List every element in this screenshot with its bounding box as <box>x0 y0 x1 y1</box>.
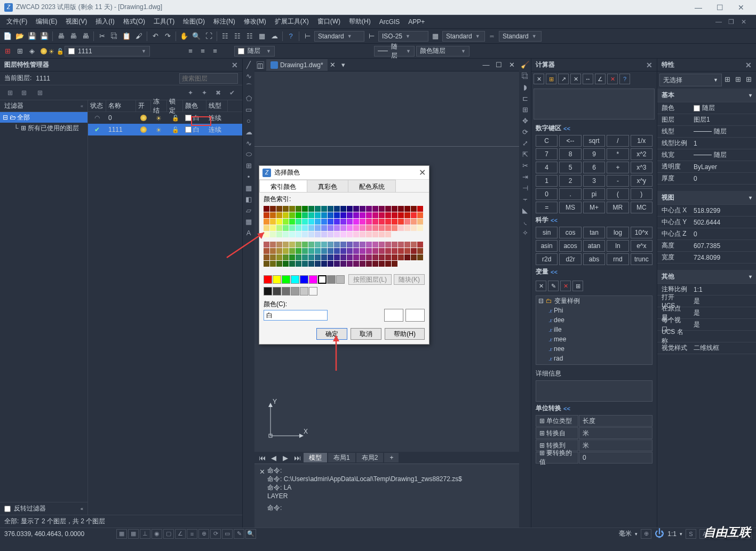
calc-key-)[interactable]: ) <box>631 188 652 200</box>
menu-tools[interactable]: 工具(T) <box>149 15 179 28</box>
calc-dist-button[interactable]: ↔ <box>583 74 593 84</box>
lw3-icon[interactable]: ≡ <box>210 46 220 57</box>
current-layer-combo[interactable]: 1111▼ <box>65 46 150 57</box>
copy-icon[interactable]: ⿻ <box>109 31 120 42</box>
gray-swatch[interactable] <box>309 287 317 296</box>
doc-list-icon[interactable]: ▾ <box>338 60 349 70</box>
calc-display[interactable] <box>534 89 655 119</box>
pline-icon[interactable]: ∿ <box>244 71 253 81</box>
palette-swatch[interactable] <box>289 219 295 225</box>
plot-icon[interactable]: 🖶 <box>55 31 66 42</box>
erase-icon[interactable]: 🧹 <box>520 60 530 69</box>
palette-swatch[interactable] <box>264 242 269 247</box>
point-icon[interactable]: • <box>244 172 253 181</box>
saveas-icon[interactable]: 💾 <box>39 31 50 42</box>
palette-swatch[interactable] <box>270 206 276 212</box>
calc-key-.[interactable]: . <box>559 188 581 200</box>
palette-swatch[interactable] <box>347 206 353 212</box>
palette-swatch[interactable] <box>360 261 365 267</box>
palette-swatch[interactable] <box>353 242 359 247</box>
offset-icon[interactable]: ⊏ <box>520 93 530 103</box>
lwt-button[interactable]: ≡ <box>187 529 197 539</box>
palette-swatch[interactable] <box>372 254 378 260</box>
menu-window[interactable]: 窗口(W) <box>313 15 345 28</box>
calc-key-log[interactable]: log <box>607 227 628 238</box>
palette-swatch[interactable] <box>340 248 346 254</box>
gray-swatch[interactable] <box>291 287 299 296</box>
bylayer-button[interactable]: 按照图层(L) <box>348 274 392 285</box>
palette-swatch[interactable] <box>366 261 372 267</box>
palette-swatch[interactable] <box>276 254 282 260</box>
calc-key-2[interactable]: 2 <box>559 175 581 187</box>
move-icon[interactable]: ✥ <box>520 116 530 125</box>
menu-insert[interactable]: 插入(I) <box>91 15 118 28</box>
calc-key-d2r[interactable]: d2r <box>559 253 581 265</box>
palette-swatch[interactable] <box>270 261 276 267</box>
model-button[interactable]: ▭ <box>222 529 233 539</box>
match-icon[interactable]: 🖌 <box>133 31 144 42</box>
calc-int-button[interactable]: ✕ <box>570 74 581 84</box>
palette-swatch[interactable] <box>315 242 321 247</box>
palette-swatch[interactable] <box>276 225 282 231</box>
calc-key-+[interactable]: + <box>607 162 628 173</box>
textstyle-combo[interactable]: Standard▼ <box>314 31 364 42</box>
tbl-icon[interactable]: ▦ <box>430 31 441 42</box>
palette-swatch[interactable] <box>353 254 359 260</box>
dyn-button[interactable]: ⊕ <box>198 529 209 539</box>
palette-swatch[interactable] <box>353 261 359 267</box>
palette-swatch[interactable] <box>276 206 282 212</box>
calc-key-M+[interactable]: M+ <box>583 202 605 213</box>
proprow[interactable]: 线宽 随层 <box>657 149 756 161</box>
palette-swatch[interactable] <box>302 242 308 247</box>
palette-swatch[interactable] <box>398 242 404 247</box>
region-icon[interactable]: ▱ <box>244 205 253 215</box>
palette-swatch[interactable] <box>385 254 391 260</box>
new-group-button[interactable]: ⊞ <box>18 87 30 98</box>
palette-swatch[interactable] <box>334 242 340 247</box>
palette-swatch[interactable] <box>308 206 314 212</box>
calc-key-1[interactable]: 1 <box>536 175 558 187</box>
palette-swatch[interactable] <box>385 261 391 267</box>
palette-swatch[interactable] <box>308 231 314 237</box>
mlstyle-combo[interactable]: Standard▼ <box>499 31 542 42</box>
palette-swatch[interactable] <box>404 242 410 247</box>
palette-swatch[interactable] <box>283 206 289 212</box>
palette-swatch[interactable] <box>360 231 365 237</box>
polygon-icon[interactable]: ⬠ <box>244 93 253 103</box>
mtext-icon[interactable]: A <box>244 228 253 237</box>
props-tog-icon[interactable]: ⊞ <box>743 74 754 84</box>
palette-swatch[interactable] <box>321 225 327 231</box>
palette-swatch[interactable] <box>379 231 385 237</box>
palette-swatch[interactable] <box>302 212 308 218</box>
palette-swatch[interactable] <box>308 242 314 247</box>
palette-swatch[interactable] <box>417 212 423 218</box>
layer-row-1111[interactable]: ✔ 1111 ☀ 🔓 白 连续 <box>88 124 242 135</box>
close-button[interactable]: ✕ <box>730 0 752 15</box>
palette-swatch[interactable] <box>340 206 346 212</box>
proprow[interactable]: 线型比例1 <box>657 138 756 149</box>
last-tab-icon[interactable]: ⏭ <box>292 452 303 463</box>
col-ltype[interactable]: 线型 <box>206 100 228 111</box>
copy2-icon[interactable]: ⿻ <box>520 71 530 81</box>
palette-swatch[interactable] <box>347 231 353 237</box>
proprow[interactable]: 高度607.7385 <box>657 240 756 252</box>
calc-ang-button[interactable]: ∠ <box>595 74 606 84</box>
color-combo[interactable]: 随层▼ <box>234 46 275 57</box>
calc-key-/[interactable]: / <box>607 135 628 147</box>
calc-key-x^3[interactable]: x^3 <box>631 162 652 173</box>
palette-swatch[interactable] <box>360 225 365 231</box>
propgroup-basic[interactable]: 基本▾ <box>657 89 756 102</box>
base-swatch[interactable] <box>282 275 290 284</box>
fillet-icon[interactable]: ◟ <box>520 217 530 226</box>
palette-swatch[interactable] <box>315 231 321 237</box>
base-swatch[interactable] <box>300 275 308 284</box>
ellipse-icon[interactable]: ⬭ <box>244 149 253 159</box>
palette-swatch[interactable] <box>328 261 333 267</box>
palette-swatch[interactable] <box>417 219 423 225</box>
palette-swatch[interactable] <box>392 225 397 231</box>
palette-swatch[interactable] <box>340 231 346 237</box>
palette-swatch[interactable] <box>276 231 282 237</box>
calc-pick-button[interactable]: ↗ <box>558 74 569 84</box>
palette-swatch[interactable] <box>264 231 269 237</box>
palette-swatch[interactable] <box>385 212 391 218</box>
